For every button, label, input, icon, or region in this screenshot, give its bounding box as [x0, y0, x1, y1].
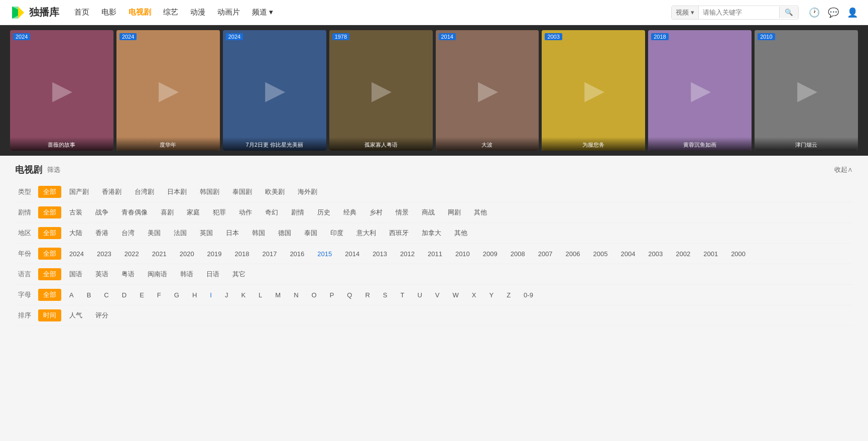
filter-tag[interactable]: 韩语 — [175, 268, 198, 280]
filter-tag[interactable]: 青春偶像 — [116, 206, 153, 218]
filter-tag[interactable]: 情景 — [391, 206, 414, 218]
filter-tag[interactable]: 古装 — [64, 206, 87, 218]
filter-tag[interactable]: F — [152, 290, 166, 300]
filter-tag[interactable]: 印度 — [325, 227, 348, 239]
filter-tag[interactable]: 香港 — [90, 227, 113, 239]
filter-tag[interactable]: 2006 — [561, 249, 585, 259]
search-input[interactable] — [699, 7, 779, 18]
nav-tv[interactable]: 电视剧 — [129, 8, 151, 17]
filter-tag[interactable]: 国产剧 — [64, 186, 94, 198]
filter-tag[interactable]: 全部 — [38, 227, 61, 239]
filter-tag[interactable]: 韩国剧 — [195, 186, 224, 198]
search-button[interactable]: 🔍 — [779, 7, 798, 18]
filter-tag[interactable]: 粤语 — [116, 268, 140, 280]
filter-tag[interactable]: 历史 — [312, 206, 335, 218]
filter-tag[interactable]: 美国 — [143, 227, 166, 239]
filter-tag[interactable]: 全部 — [38, 268, 61, 280]
filter-tag[interactable]: 喜剧 — [156, 206, 179, 218]
filter-tag[interactable]: 闽南语 — [143, 268, 172, 280]
filter-tag[interactable]: 其他 — [469, 206, 492, 218]
banner-item[interactable]: 2024▶度华年 — [116, 30, 220, 151]
banner-item[interactable]: 1978▶孤家寡人粤语 — [329, 30, 433, 151]
filter-tag[interactable]: 2010 — [450, 249, 475, 259]
user-icon[interactable]: 👤 — [847, 7, 858, 18]
nav-variety[interactable]: 综艺 — [163, 8, 178, 17]
filter-tag[interactable]: 国语 — [64, 268, 87, 280]
filter-tag[interactable]: 犯罪 — [208, 206, 231, 218]
filter-tag[interactable]: 日语 — [201, 268, 224, 280]
filter-tag[interactable]: S — [378, 290, 393, 300]
filter-tag[interactable]: 泰国 — [299, 227, 322, 239]
banner-item[interactable]: 2024▶7月2日更 你比星光美丽 — [223, 30, 326, 151]
filter-tag[interactable]: L — [254, 290, 267, 300]
filter-tag[interactable]: 英语 — [90, 268, 113, 280]
nav-movie[interactable]: 电影 — [101, 8, 116, 17]
filter-tag[interactable]: 2021 — [147, 249, 172, 259]
nav-home[interactable]: 首页 — [74, 8, 89, 17]
filter-tag[interactable]: 2024 — [64, 249, 89, 259]
filter-tag[interactable]: 意大利 — [351, 227, 381, 239]
filter-tag[interactable]: 0-9 — [519, 290, 538, 300]
filter-tag[interactable]: 人气 — [64, 309, 87, 321]
message-icon[interactable]: 💬 — [828, 7, 839, 18]
filter-tag[interactable]: 大陆 — [64, 227, 87, 239]
filter-tag[interactable]: 2020 — [175, 249, 199, 259]
filter-tag[interactable]: 日本剧 — [162, 186, 192, 198]
filter-tag[interactable]: 2001 — [698, 249, 723, 259]
filter-tag[interactable]: 2004 — [615, 249, 640, 259]
filter-tag[interactable]: H — [187, 290, 202, 300]
filter-tag[interactable]: V — [430, 290, 445, 300]
filter-tag[interactable]: 经典 — [338, 206, 361, 218]
filter-tag[interactable]: 泰国剧 — [227, 186, 257, 198]
filter-tag[interactable]: 全部 — [38, 206, 61, 218]
filter-tag[interactable]: 韩国 — [247, 227, 270, 239]
search-type-select[interactable]: 视频 ▾ — [672, 6, 699, 19]
filter-tag[interactable]: 欧美剧 — [260, 186, 290, 198]
filter-tag[interactable]: 台湾 — [116, 227, 140, 239]
filter-tag[interactable]: Z — [502, 290, 516, 300]
filter-tag[interactable]: 全部 — [38, 248, 61, 260]
nav-cartoon[interactable]: 动画片 — [217, 8, 240, 17]
filter-tag[interactable]: C — [99, 290, 113, 300]
filter-tag[interactable]: 2017 — [257, 249, 282, 259]
filter-tag[interactable]: 全部 — [38, 289, 61, 301]
filter-tag[interactable]: U — [412, 290, 427, 300]
filter-tag[interactable]: 2016 — [285, 249, 309, 259]
filter-tag[interactable]: 2018 — [230, 249, 255, 259]
filter-tag[interactable]: 2002 — [671, 249, 695, 259]
nav-anime[interactable]: 动漫 — [190, 8, 205, 17]
banner-item[interactable]: 2003▶为服您务 — [542, 30, 645, 151]
filter-tag[interactable]: 西班牙 — [384, 227, 414, 239]
filter-tag[interactable]: 2005 — [588, 249, 613, 259]
filter-tag[interactable]: 2019 — [202, 249, 227, 259]
filter-tag[interactable]: 战争 — [90, 206, 113, 218]
filter-tag[interactable]: 2003 — [643, 249, 668, 259]
filter-tag[interactable]: G — [169, 290, 184, 300]
filter-tag[interactable]: I — [205, 290, 217, 300]
filter-tag[interactable]: 其他 — [449, 227, 472, 239]
filter-tag[interactable]: 2015 — [312, 249, 337, 259]
filter-tag[interactable]: 2012 — [395, 249, 420, 259]
filter-tag[interactable]: 网剧 — [443, 206, 466, 218]
filter-tag[interactable]: 家庭 — [182, 206, 205, 218]
filter-tag[interactable]: 动作 — [234, 206, 257, 218]
filter-tag[interactable]: Y — [484, 290, 499, 300]
filter-tag[interactable]: A — [64, 290, 79, 300]
filter-tag[interactable]: 2011 — [423, 249, 447, 259]
filter-tag[interactable]: 2013 — [367, 249, 392, 259]
filter-tag[interactable]: X — [467, 290, 481, 300]
filter-tag[interactable]: J — [220, 290, 233, 300]
banner-item[interactable]: 2014▶大波 — [436, 30, 539, 151]
filter-tag[interactable]: 2000 — [726, 249, 751, 259]
filter-tag[interactable]: K — [236, 290, 251, 300]
filter-tag[interactable]: 英国 — [195, 227, 218, 239]
filter-tag[interactable]: 评分 — [90, 309, 113, 321]
filter-tag[interactable]: E — [135, 290, 149, 300]
filter-tag[interactable]: 全部 — [38, 186, 61, 198]
filter-tag[interactable]: 其它 — [227, 268, 251, 280]
filter-tag[interactable]: O — [307, 290, 322, 300]
filter-tag[interactable]: B — [82, 290, 96, 300]
filter-collapse-btn[interactable]: 收起∧ — [834, 165, 853, 174]
filter-tag[interactable]: 法国 — [169, 227, 192, 239]
filter-tag[interactable]: 剧情 — [286, 206, 309, 218]
